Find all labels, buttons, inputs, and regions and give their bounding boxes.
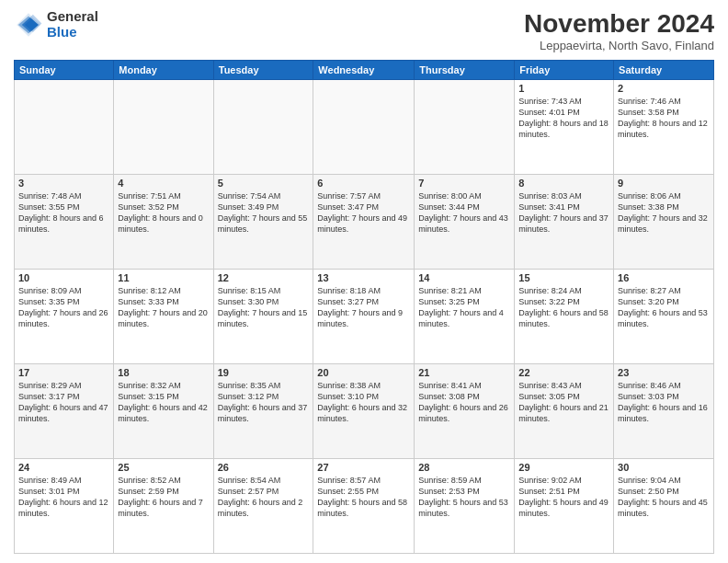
logo-icon [14,10,43,40]
day-content: Sunrise: 8:57 AM Sunset: 2:55 PM Dayligh… [317,475,410,520]
day-number: 11 [118,272,209,283]
day-content: Sunrise: 8:49 AM Sunset: 3:01 PM Dayligh… [18,475,109,520]
calendar-row-1: 3Sunrise: 7:48 AM Sunset: 3:55 PM Daylig… [15,175,714,270]
calendar-cell: 13Sunrise: 8:18 AM Sunset: 3:27 PM Dayli… [313,270,415,364]
day-content: Sunrise: 8:43 AM Sunset: 3:05 PM Dayligh… [518,380,609,425]
day-content: Sunrise: 7:48 AM Sunset: 3:55 PM Dayligh… [18,190,109,236]
day-content: Sunrise: 8:09 AM Sunset: 3:35 PM Dayligh… [18,285,109,330]
day-number: 19 [218,367,310,378]
day-number: 27 [317,462,410,473]
calendar-cell: 30Sunrise: 9:04 AM Sunset: 2:50 PM Dayli… [614,459,714,554]
day-number: 1 [518,83,609,94]
calendar-cell: 21Sunrise: 8:41 AM Sunset: 3:08 PM Dayli… [415,364,515,459]
day-number: 15 [518,272,609,283]
calendar-cell: 16Sunrise: 8:27 AM Sunset: 3:20 PM Dayli… [614,270,714,364]
day-content: Sunrise: 8:27 AM Sunset: 3:20 PM Dayligh… [618,285,710,330]
month-title: November 2024 [524,9,714,39]
day-content: Sunrise: 8:38 AM Sunset: 3:10 PM Dayligh… [317,380,410,425]
calendar-cell: 25Sunrise: 8:52 AM Sunset: 2:59 PM Dayli… [114,459,213,554]
calendar-cell: 2Sunrise: 7:46 AM Sunset: 3:58 PM Daylig… [614,80,714,175]
logo-blue-text: Blue [47,25,98,40]
logo-text: General Blue [47,9,98,40]
day-content: Sunrise: 7:43 AM Sunset: 4:01 PM Dayligh… [518,96,609,141]
header-monday: Monday [114,61,213,80]
day-content: Sunrise: 7:46 AM Sunset: 3:58 PM Dayligh… [618,96,710,141]
calendar-cell: 23Sunrise: 8:46 AM Sunset: 3:03 PM Dayli… [614,364,714,459]
day-number: 3 [18,178,109,189]
day-number: 4 [118,178,209,189]
calendar-cell: 27Sunrise: 8:57 AM Sunset: 2:55 PM Dayli… [313,459,415,554]
title-area: November 2024 Leppaevirta, North Savo, F… [524,9,714,52]
calendar-cell: 1Sunrise: 7:43 AM Sunset: 4:01 PM Daylig… [515,80,614,175]
day-content: Sunrise: 9:02 AM Sunset: 2:51 PM Dayligh… [518,475,609,520]
calendar: Sunday Monday Tuesday Wednesday Thursday… [14,60,714,554]
calendar-cell: 19Sunrise: 8:35 AM Sunset: 3:12 PM Dayli… [213,364,313,459]
header-sunday: Sunday [15,61,114,80]
calendar-cell [15,80,114,175]
day-number: 17 [18,367,109,378]
calendar-cell: 22Sunrise: 8:43 AM Sunset: 3:05 PM Dayli… [515,364,614,459]
day-number: 24 [18,462,109,473]
calendar-cell: 8Sunrise: 8:03 AM Sunset: 3:41 PM Daylig… [515,175,614,270]
header-row: Sunday Monday Tuesday Wednesday Thursday… [15,61,714,80]
day-content: Sunrise: 8:32 AM Sunset: 3:15 PM Dayligh… [118,380,209,425]
calendar-cell: 4Sunrise: 7:51 AM Sunset: 3:52 PM Daylig… [114,175,213,270]
calendar-cell: 26Sunrise: 8:54 AM Sunset: 2:57 PM Dayli… [213,459,313,554]
day-number: 13 [317,272,410,283]
calendar-row-3: 17Sunrise: 8:29 AM Sunset: 3:17 PM Dayli… [15,364,714,459]
calendar-cell: 14Sunrise: 8:21 AM Sunset: 3:25 PM Dayli… [415,270,515,364]
calendar-cell [114,80,213,175]
day-content: Sunrise: 8:15 AM Sunset: 3:30 PM Dayligh… [218,285,310,330]
day-content: Sunrise: 8:52 AM Sunset: 2:59 PM Dayligh… [118,475,209,520]
calendar-cell [213,80,313,175]
logo: General Blue [14,9,98,40]
day-number: 6 [317,178,410,189]
day-number: 25 [118,462,209,473]
day-number: 23 [618,367,710,378]
day-number: 8 [518,178,609,189]
day-content: Sunrise: 8:46 AM Sunset: 3:03 PM Dayligh… [618,380,710,425]
calendar-cell [415,80,515,175]
day-number: 7 [418,178,510,189]
day-number: 12 [218,272,310,283]
day-number: 14 [418,272,510,283]
day-number: 20 [317,367,410,378]
day-content: Sunrise: 8:24 AM Sunset: 3:22 PM Dayligh… [518,285,609,330]
calendar-cell: 28Sunrise: 8:59 AM Sunset: 2:53 PM Dayli… [415,459,515,554]
day-content: Sunrise: 9:04 AM Sunset: 2:50 PM Dayligh… [618,475,710,520]
header-wednesday: Wednesday [313,61,415,80]
day-number: 9 [618,178,710,189]
calendar-cell: 12Sunrise: 8:15 AM Sunset: 3:30 PM Dayli… [213,270,313,364]
location-subtitle: Leppaevirta, North Savo, Finland [524,39,714,52]
header-tuesday: Tuesday [213,61,313,80]
calendar-cell: 7Sunrise: 8:00 AM Sunset: 3:44 PM Daylig… [415,175,515,270]
calendar-row-4: 24Sunrise: 8:49 AM Sunset: 3:01 PM Dayli… [15,459,714,554]
day-content: Sunrise: 7:57 AM Sunset: 3:47 PM Dayligh… [317,190,410,236]
calendar-cell: 11Sunrise: 8:12 AM Sunset: 3:33 PM Dayli… [114,270,213,364]
calendar-cell: 29Sunrise: 9:02 AM Sunset: 2:51 PM Dayli… [515,459,614,554]
day-number: 22 [518,367,609,378]
day-number: 29 [518,462,609,473]
day-content: Sunrise: 8:29 AM Sunset: 3:17 PM Dayligh… [18,380,109,425]
calendar-cell: 5Sunrise: 7:54 AM Sunset: 3:49 PM Daylig… [213,175,313,270]
day-content: Sunrise: 8:59 AM Sunset: 2:53 PM Dayligh… [418,475,510,520]
day-content: Sunrise: 8:18 AM Sunset: 3:27 PM Dayligh… [317,285,410,330]
day-content: Sunrise: 8:54 AM Sunset: 2:57 PM Dayligh… [218,475,310,520]
day-content: Sunrise: 8:06 AM Sunset: 3:38 PM Dayligh… [618,190,710,236]
day-content: Sunrise: 7:54 AM Sunset: 3:49 PM Dayligh… [218,190,310,236]
day-content: Sunrise: 8:41 AM Sunset: 3:08 PM Dayligh… [418,380,510,425]
calendar-table: Sunday Monday Tuesday Wednesday Thursday… [14,60,714,554]
header-thursday: Thursday [415,61,515,80]
calendar-cell: 6Sunrise: 7:57 AM Sunset: 3:47 PM Daylig… [313,175,415,270]
calendar-row-2: 10Sunrise: 8:09 AM Sunset: 3:35 PM Dayli… [15,270,714,364]
calendar-cell: 18Sunrise: 8:32 AM Sunset: 3:15 PM Dayli… [114,364,213,459]
day-number: 28 [418,462,510,473]
logo-general-text: General [47,9,98,25]
calendar-cell: 24Sunrise: 8:49 AM Sunset: 3:01 PM Dayli… [15,459,114,554]
day-number: 10 [18,272,109,283]
calendar-cell: 10Sunrise: 8:09 AM Sunset: 3:35 PM Dayli… [15,270,114,364]
calendar-cell: 17Sunrise: 8:29 AM Sunset: 3:17 PM Dayli… [15,364,114,459]
calendar-header: Sunday Monday Tuesday Wednesday Thursday… [15,61,714,80]
calendar-body: 1Sunrise: 7:43 AM Sunset: 4:01 PM Daylig… [15,80,714,554]
day-number: 26 [218,462,310,473]
